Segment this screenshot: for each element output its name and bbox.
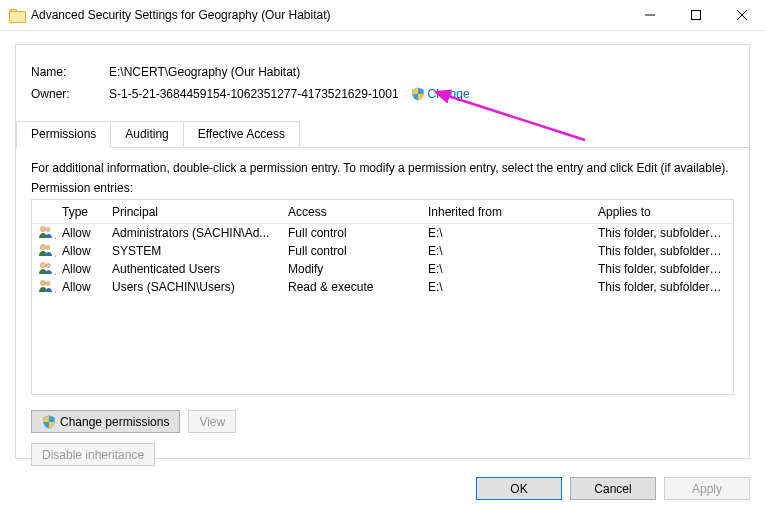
cell-inherited: E:\ <box>422 244 592 258</box>
button-bar-2: Disable inheritance <box>16 433 749 466</box>
apply-button: Apply <box>664 477 750 500</box>
cell-access: Modify <box>282 262 422 276</box>
shield-icon <box>411 87 425 101</box>
svg-point-6 <box>46 263 50 267</box>
cell-principal: SYSTEM <box>106 244 282 258</box>
permission-entries-table[interactable]: Type Principal Access Inherited from App… <box>31 199 734 395</box>
cell-principal: Administrators (SACHIN\Ad... <box>106 226 282 240</box>
users-icon <box>38 225 54 239</box>
owner-label: Owner: <box>31 87 109 101</box>
svg-point-8 <box>46 281 50 285</box>
cell-applies: This folder, subfolders and files <box>592 244 733 258</box>
disable-inheritance-label: Disable inheritance <box>42 448 144 462</box>
close-button[interactable] <box>719 0 765 30</box>
table-header-row: Type Principal Access Inherited from App… <box>32 200 733 224</box>
cell-access: Full control <box>282 244 422 258</box>
col-icon[interactable] <box>32 200 56 223</box>
table-row[interactable]: Allow SYSTEM Full control E:\ This folde… <box>32 242 733 260</box>
tab-permissions[interactable]: Permissions <box>16 121 111 148</box>
cell-inherited: E:\ <box>422 226 592 240</box>
window-title: Advanced Security Settings for Geography… <box>31 8 330 22</box>
minimize-button[interactable] <box>627 0 673 30</box>
cell-type: Allow <box>56 226 106 240</box>
permission-entries-label: Permission entries: <box>16 181 749 199</box>
name-label: Name: <box>31 65 109 79</box>
footer-buttons: OK Cancel Apply <box>476 477 750 500</box>
svg-point-5 <box>41 262 46 267</box>
cell-type: Allow <box>56 244 106 258</box>
button-bar-1: Change permissions View <box>16 395 749 433</box>
tab-auditing[interactable]: Auditing <box>110 121 183 148</box>
disable-inheritance-button: Disable inheritance <box>31 443 155 466</box>
cell-principal: Authenticated Users <box>106 262 282 276</box>
cell-applies: This folder, subfolders and files <box>592 262 733 276</box>
table-body: Allow Administrators (SACHIN\Ad... Full … <box>32 224 733 296</box>
cancel-button[interactable]: Cancel <box>570 477 656 500</box>
svg-point-7 <box>41 280 46 285</box>
view-button: View <box>188 410 236 433</box>
change-owner-link[interactable]: Change <box>428 87 470 101</box>
users-icon <box>38 261 54 275</box>
cell-principal: Users (SACHIN\Users) <box>106 280 282 294</box>
col-principal[interactable]: Principal <box>106 200 282 223</box>
cell-applies: This folder, subfolders and files <box>592 226 733 240</box>
users-icon <box>38 279 54 293</box>
owner-value: S-1-5-21-3684459154-1062351277-417352162… <box>109 87 399 101</box>
view-label: View <box>199 415 225 429</box>
change-permissions-label: Change permissions <box>60 415 169 429</box>
change-permissions-button[interactable]: Change permissions <box>31 410 180 433</box>
svg-point-4 <box>46 245 50 249</box>
table-row[interactable]: Allow Authenticated Users Modify E:\ Thi… <box>32 260 733 278</box>
col-inherited[interactable]: Inherited from <box>422 200 592 223</box>
users-icon <box>38 243 54 257</box>
svg-point-2 <box>46 227 50 231</box>
col-type[interactable]: Type <box>56 200 106 223</box>
folder-icon <box>9 9 25 22</box>
tab-effective-access[interactable]: Effective Access <box>183 121 300 148</box>
instruction-text: For additional information, double-click… <box>16 148 749 181</box>
cell-inherited: E:\ <box>422 280 592 294</box>
svg-rect-0 <box>692 11 701 20</box>
tab-bar: Permissions Auditing Effective Access <box>16 121 749 148</box>
svg-point-3 <box>41 244 46 249</box>
title-bar: Advanced Security Settings for Geography… <box>0 0 765 31</box>
cell-type: Allow <box>56 280 106 294</box>
table-row[interactable]: Allow Users (SACHIN\Users) Read & execut… <box>32 278 733 296</box>
col-applies[interactable]: Applies to <box>592 200 733 223</box>
cell-applies: This folder, subfolders and files <box>592 280 733 294</box>
cell-type: Allow <box>56 262 106 276</box>
svg-point-1 <box>41 226 46 231</box>
content-frame: Name: E:\NCERT\Geography (Our Habitat) O… <box>15 44 750 459</box>
col-access[interactable]: Access <box>282 200 422 223</box>
table-row[interactable]: Allow Administrators (SACHIN\Ad... Full … <box>32 224 733 242</box>
cell-access: Full control <box>282 226 422 240</box>
name-value: E:\NCERT\Geography (Our Habitat) <box>109 65 300 79</box>
cell-access: Read & execute <box>282 280 422 294</box>
cell-inherited: E:\ <box>422 262 592 276</box>
shield-icon <box>42 415 56 429</box>
properties-area: Name: E:\NCERT\Geography (Our Habitat) O… <box>16 45 749 117</box>
window-buttons <box>627 0 765 30</box>
ok-button[interactable]: OK <box>476 477 562 500</box>
maximize-button[interactable] <box>673 0 719 30</box>
